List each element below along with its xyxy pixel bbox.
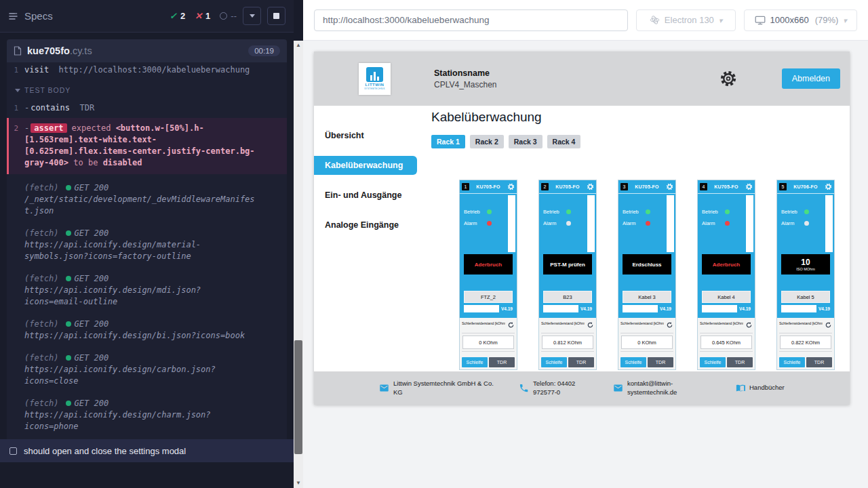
- tab-rack-1[interactable]: Rack 1: [431, 135, 465, 148]
- collapsed-test-row[interactable]: should open and close the settings modal: [0, 439, 294, 462]
- email-address: kontakt@littwin-systemtechnik.de: [627, 380, 683, 396]
- alarm-led: [725, 221, 730, 226]
- schleife-button[interactable]: Schleife: [620, 357, 646, 367]
- refresh-icon[interactable]: [825, 321, 832, 329]
- schleife-button[interactable]: Schleife: [541, 357, 567, 367]
- card-display-strip: [667, 195, 674, 252]
- browser-url-bar: http://localhost:3000/kabelueberwachung …: [303, 0, 868, 41]
- reporter-header: Specs 2 1 --: [0, 0, 294, 33]
- tab-rack-3[interactable]: Rack 3: [509, 135, 542, 148]
- resistance-value: 0 KOhm: [462, 336, 514, 349]
- aut-background: LITTWIN SYSTEMTECHNIK Stationsname CPLV4…: [303, 41, 868, 488]
- firmware-version: V4.19: [580, 306, 592, 311]
- sidebar-item-uebersicht[interactable]: Übersicht: [314, 126, 417, 145]
- schleife-button[interactable]: Schleife: [700, 357, 726, 367]
- refresh-icon[interactable]: [666, 321, 673, 329]
- card-gear-icon[interactable]: [507, 183, 515, 190]
- specs-nav[interactable]: Specs: [8, 10, 53, 22]
- browser-select[interactable]: Electron 130: [636, 9, 736, 31]
- cable-name-field[interactable]: Kabel 4: [702, 291, 751, 303]
- cable-name-field[interactable]: FTZ_2: [464, 291, 513, 303]
- section-label: TEST BODY: [24, 85, 71, 96]
- viewport-zoom: (79%): [815, 15, 839, 25]
- fetch-url: https://api.iconify.design/carbon.json?i…: [24, 364, 256, 387]
- failed-assert-row[interactable]: 2 assertexpected <button.w-[50%].h-[1.56…: [7, 118, 287, 174]
- fetch-tag: (fetch): [24, 274, 59, 283]
- stop-button[interactable]: [267, 7, 285, 25]
- browser-name: Electron 130: [665, 15, 714, 25]
- fetch-log-row[interactable]: (fetch)GET 200 https://api.iconify.desig…: [7, 392, 287, 438]
- cable-input-box[interactable]: [781, 305, 816, 312]
- station-info: Stationsname CPLV4_Maschen: [434, 68, 497, 89]
- betrieb-label: Betrieb: [623, 209, 643, 215]
- tab-rack-2[interactable]: Rack 2: [470, 135, 504, 148]
- viewport-select[interactable]: 1000x660 (79%): [744, 9, 857, 31]
- card-header: 1 KÜ705-FO: [460, 180, 517, 194]
- viewport-size: 1000x660: [770, 15, 809, 25]
- littwin-logo-icon: [366, 67, 383, 82]
- fetch-log-row[interactable]: (fetch)GET 200 https://api.iconify.desig…: [7, 347, 287, 392]
- sidebar-item-analoge-eingaenge[interactable]: Analoge Eingänge: [314, 216, 417, 235]
- fetch-log-row[interactable]: (fetch)GET 200 https://api.iconify.desig…: [7, 268, 287, 313]
- tdr-button[interactable]: TDR: [806, 357, 832, 367]
- phone-number: Telefon: 04402 972577-0: [533, 380, 594, 396]
- card-led-area: Betrieb Alarm: [539, 194, 596, 254]
- tdr-button[interactable]: TDR: [648, 357, 673, 367]
- reporter-scrollbar[interactable]: [294, 41, 303, 488]
- collapse-button[interactable]: [243, 7, 261, 25]
- command-row-visit[interactable]: 1 visit http://localhost:3000/kabelueber…: [7, 63, 287, 77]
- fetch-status: GET 200: [75, 399, 109, 408]
- cable-input-box[interactable]: [623, 305, 658, 312]
- cable-input-box[interactable]: [464, 305, 499, 312]
- command-arg: TDR: [79, 103, 94, 113]
- station-value: CPLV4_Maschen: [434, 80, 497, 89]
- card-gear-icon[interactable]: [825, 183, 832, 190]
- measurement-section: Schleifenwiderstand [kOhm] 0 KOhm Schlei…: [460, 318, 517, 369]
- sidebar-item-ein-und-ausgaenge[interactable]: Ein- und Ausgänge: [314, 186, 417, 205]
- card-gear-icon[interactable]: [745, 183, 753, 190]
- card-header: 2 KÜ705-FO: [539, 180, 596, 194]
- settings-gear-icon[interactable]: [719, 70, 737, 87]
- cypress-reporter-panel: Specs 2 1 -- kue705fo.cy.ts 00:19 1 visi…: [0, 0, 303, 488]
- fetch-log-row[interactable]: (fetch)GET 200 https://api.iconify.desig…: [7, 313, 287, 347]
- littwin-logo: LITTWIN SYSTEMTECHNIK: [359, 63, 391, 95]
- fetch-log-row[interactable]: (fetch)GET 200 /_next/static/development…: [7, 177, 287, 222]
- schleife-button[interactable]: Schleife: [462, 357, 488, 367]
- device-number-badge: 1: [462, 183, 469, 190]
- card-gear-icon[interactable]: [587, 183, 594, 190]
- sidebar-item-kabelueberwachung[interactable]: Kabelüberwachung: [314, 156, 417, 175]
- cable-input-box[interactable]: [702, 305, 737, 312]
- refresh-icon[interactable]: [587, 321, 594, 329]
- cable-name-field[interactable]: B23: [543, 291, 592, 303]
- assert-expected: disabled: [103, 158, 142, 167]
- fetch-log-row[interactable]: (fetch)GET 200 https://api.iconify.desig…: [7, 222, 287, 268]
- spec-title-row[interactable]: kue705fo.cy.ts 00:19: [7, 39, 287, 62]
- scroll-down-icon[interactable]: [294, 479, 303, 488]
- refresh-icon[interactable]: [507, 321, 515, 329]
- tab-rack-4[interactable]: Rack 4: [547, 135, 581, 148]
- resistance-label: Schleifenwiderstand [kOhm]: [700, 321, 743, 325]
- card-gear-icon[interactable]: [666, 183, 673, 190]
- schleife-button[interactable]: Schleife: [779, 357, 805, 367]
- command-row-contains[interactable]: 1 contains TDR: [7, 101, 287, 115]
- alarm-led: [487, 221, 492, 226]
- scrollbar-thumb[interactable]: [294, 340, 302, 454]
- footer-manuals[interactable]: Handbücher: [735, 383, 785, 393]
- footer-email[interactable]: kontakt@littwin-systemtechnik.de: [613, 380, 735, 396]
- cable-name-field[interactable]: Kabel 5: [781, 291, 830, 303]
- cable-input-box[interactable]: [543, 305, 578, 312]
- tdr-button[interactable]: TDR: [568, 357, 594, 367]
- logout-button[interactable]: Abmelden: [782, 68, 840, 89]
- cable-name-field[interactable]: Kabel 3: [623, 291, 671, 303]
- passed-count: 2: [180, 11, 185, 21]
- measurement-section: Schleifenwiderstand [kOhm] 0 KOhm Schlei…: [618, 318, 675, 369]
- app-main: Kabelüberwachung Rack 1 Rack 2 Rack 3 Ra…: [417, 106, 850, 371]
- assert-pre: expected: [72, 123, 111, 133]
- refresh-icon[interactable]: [745, 321, 753, 329]
- betrieb-label: Betrieb: [781, 209, 802, 215]
- tdr-button[interactable]: TDR: [489, 357, 515, 367]
- test-body-section[interactable]: TEST BODY: [7, 77, 287, 101]
- tdr-button[interactable]: TDR: [727, 357, 753, 367]
- scroll-up-icon[interactable]: [294, 41, 303, 50]
- url-input[interactable]: http://localhost:3000/kabelueberwachung: [314, 9, 628, 31]
